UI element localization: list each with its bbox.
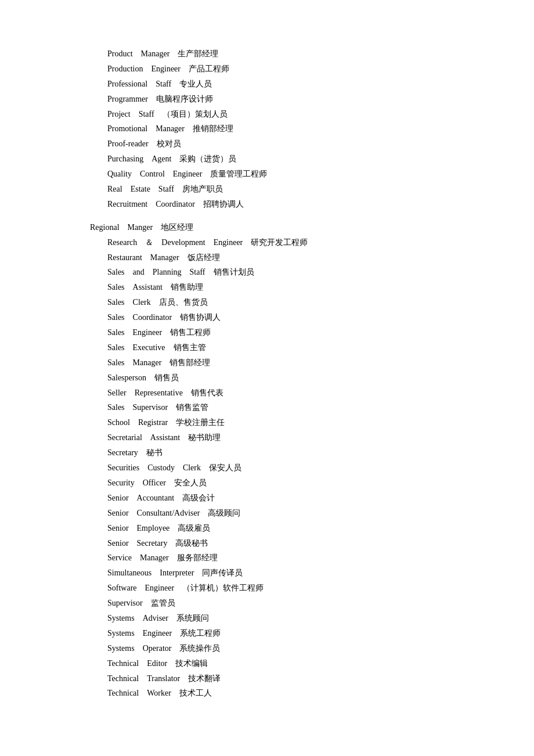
list-item: Sales Supervisor 销售监管 bbox=[90, 400, 534, 415]
list-item: Service Manager 服务部经理 bbox=[90, 550, 534, 566]
list-item: Quality Control Engineer 质量管理工程师 bbox=[90, 167, 534, 182]
list-item: Production Engineer 产品工程师 bbox=[90, 62, 534, 77]
list-item: Sales Assistant 销售助理 bbox=[90, 280, 534, 295]
list-item: Technical Worker 技术工人 bbox=[90, 686, 534, 701]
list-item: Research ＆ Development Engineer 研究开发工程师 bbox=[90, 235, 534, 250]
list-item: School Registrar 学校注册主任 bbox=[90, 415, 534, 430]
list-item: Secretarial Assistant 秘书助理 bbox=[90, 430, 534, 445]
list-item: Real Estate Staff 房地产职员 bbox=[90, 182, 534, 197]
list-item: Technical Editor 技术编辑 bbox=[90, 656, 534, 671]
list-item: Supervisor 监管员 bbox=[90, 596, 534, 611]
main-content: Product Manager 生产部经理Production Engineer… bbox=[0, 46, 534, 701]
list-item: Senior Accountant 高级会计 bbox=[90, 491, 534, 506]
list-item: Project Staff （项目）策划人员 bbox=[90, 107, 534, 122]
list-item: Sales Clerk 店员、售货员 bbox=[90, 295, 534, 310]
list-item: Professional Staff 专业人员 bbox=[90, 77, 534, 92]
list-item: Sales Engineer 销售工程师 bbox=[90, 325, 534, 340]
list-item: Purchasing Agent 采购（进货）员 bbox=[90, 152, 534, 167]
list-item: Salesperson 销售员 bbox=[90, 370, 534, 386]
list-item: Senior Employee 高级雇员 bbox=[90, 521, 534, 536]
list-item: Software Engineer （计算机）软件工程师 bbox=[90, 581, 534, 596]
list-item: Securities Custody Clerk 保安人员 bbox=[90, 460, 534, 476]
list-item: Seller Representative 销售代表 bbox=[90, 386, 534, 401]
list-item: Sales Coordinator 销售协调人 bbox=[90, 310, 534, 325]
list-item: Product Manager 生产部经理 bbox=[90, 46, 534, 62]
spacer bbox=[90, 212, 534, 220]
list-item: Programmer 电脑程序设计师 bbox=[90, 92, 534, 107]
list-item: Systems Adviser 系统顾问 bbox=[90, 611, 534, 626]
list-item: Sales Manager 销售部经理 bbox=[90, 355, 534, 370]
list-item: Secretary 秘书 bbox=[90, 445, 534, 460]
list-item: Sales and Planning Staff 销售计划员 bbox=[90, 265, 534, 280]
list-item: Technical Translator 技术翻译 bbox=[90, 671, 534, 686]
list-item: Sales Executive 销售主管 bbox=[90, 340, 534, 355]
list-item: Promotional Manager 推销部经理 bbox=[90, 121, 534, 136]
list-item: Security Officer 安全人员 bbox=[90, 476, 534, 491]
list-item: Regional Manger 地区经理 bbox=[90, 220, 534, 235]
list-item: Proof-reader 校对员 bbox=[90, 136, 534, 152]
list-item: Systems Engineer 系统工程师 bbox=[90, 626, 534, 641]
list-item: Restaurant Manager 饭店经理 bbox=[90, 250, 534, 265]
list-item: Senior Secretary 高级秘书 bbox=[90, 536, 534, 551]
list-item: Simultaneous Interpreter 同声传译员 bbox=[90, 566, 534, 581]
list-item: Recruitment Coordinator 招聘协调人 bbox=[90, 197, 534, 212]
list-item: Systems Operator 系统操作员 bbox=[90, 641, 534, 656]
list-item: Senior Consultant/Adviser 高级顾问 bbox=[90, 506, 534, 521]
